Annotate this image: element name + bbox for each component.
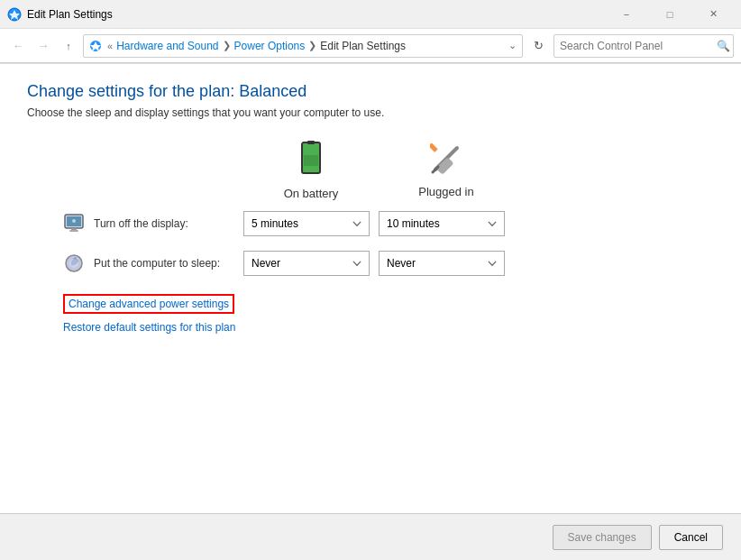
page-subtitle: Choose the sleep and display settings th… (27, 106, 714, 119)
window-controls: − □ ✕ (606, 0, 734, 29)
turn-off-display-row: Turn off the display: 5 minutes 1 minute… (63, 211, 714, 236)
breadcrumb-hardware[interactable]: Hardware and Sound (116, 40, 218, 52)
close-button[interactable]: ✕ (692, 0, 734, 29)
breadcrumb: « Hardware and Sound ❯ Power Options ❯ E… (83, 34, 523, 58)
sleep-label: Put the computer to sleep: (94, 257, 243, 270)
breadcrumb-power[interactable]: Power Options (234, 40, 306, 52)
svg-rect-5 (307, 141, 315, 144)
battery-icon (298, 141, 324, 183)
turn-off-display-battery-select[interactable]: 5 minutes 1 minute 2 minutes 3 minutes 1… (243, 211, 370, 236)
breadcrumb-sep-2: ❯ (308, 40, 316, 51)
breadcrumb-edit: Edit Plan Settings (320, 40, 406, 52)
turn-off-display-label: Turn off the display: (94, 217, 243, 230)
search-button[interactable]: 🔍 (717, 40, 730, 52)
restore-defaults-link[interactable]: Restore default settings for this plan (63, 321, 714, 334)
svg-rect-8 (430, 142, 438, 152)
on-battery-header: On battery (243, 141, 379, 200)
forward-button[interactable]: → (32, 35, 54, 57)
svg-rect-6 (304, 155, 318, 166)
cancel-button[interactable]: Cancel (659, 525, 723, 550)
advanced-power-settings-link[interactable]: Change advanced power settings (63, 294, 234, 314)
sleep-plugged-select[interactable]: Never 1 minute 5 minutes 15 minutes 30 m… (379, 251, 505, 276)
breadcrumb-sep-1: ❯ (223, 40, 231, 51)
maximize-button[interactable]: □ (649, 0, 691, 29)
svg-rect-14 (71, 228, 77, 230)
sleep-row: Put the computer to sleep: Never 1 minut… (63, 251, 714, 276)
plugged-in-label: Plugged in (418, 185, 473, 198)
sleep-battery-select[interactable]: Never 1 minute 5 minutes 15 minutes 30 m… (243, 251, 370, 276)
settings-area: On battery Plugged in (63, 141, 714, 276)
search-input[interactable] (553, 34, 734, 58)
main-content: Change settings for the plan: Balanced C… (0, 63, 741, 560)
on-battery-label: On battery (284, 187, 339, 200)
sleep-icon (63, 252, 85, 274)
svg-point-16 (72, 219, 76, 223)
page-heading: Change settings for the plan: Balanced (27, 82, 714, 101)
turn-off-display-dropdowns: 5 minutes 1 minute 2 minutes 3 minutes 1… (243, 211, 505, 236)
app-icon (7, 7, 22, 22)
window-title: Edit Plan Settings (27, 8, 606, 21)
plug-icon (430, 142, 462, 181)
refresh-button[interactable]: ↻ (526, 34, 550, 58)
address-bar: ← → ↑ « Hardware and Sound ❯ Power Optio… (0, 29, 741, 63)
svg-rect-15 (69, 230, 78, 232)
minimize-button[interactable]: − (606, 0, 647, 29)
svg-point-18 (69, 259, 78, 268)
column-headers: On battery Plugged in (243, 141, 714, 200)
title-bar: Edit Plan Settings − □ ✕ (0, 0, 741, 29)
sleep-dropdowns: Never 1 minute 5 minutes 15 minutes 30 m… (243, 251, 505, 276)
up-button[interactable]: ↑ (58, 35, 79, 57)
footer-buttons: Save changes Cancel (0, 513, 741, 560)
breadcrumb-dropdown-icon[interactable]: ⌄ (508, 40, 517, 51)
monitor-icon (63, 213, 85, 234)
plugged-in-header: Plugged in (379, 142, 514, 198)
links-section: Change advanced power settings Restore d… (63, 294, 714, 334)
turn-off-display-plugged-select[interactable]: 10 minutes 1 minute 2 minutes 3 minutes … (379, 211, 505, 236)
search-container: 🔍 (553, 34, 734, 58)
save-changes-button[interactable]: Save changes (553, 525, 652, 550)
svg-line-11 (433, 167, 438, 172)
back-button[interactable]: ← (7, 35, 29, 57)
